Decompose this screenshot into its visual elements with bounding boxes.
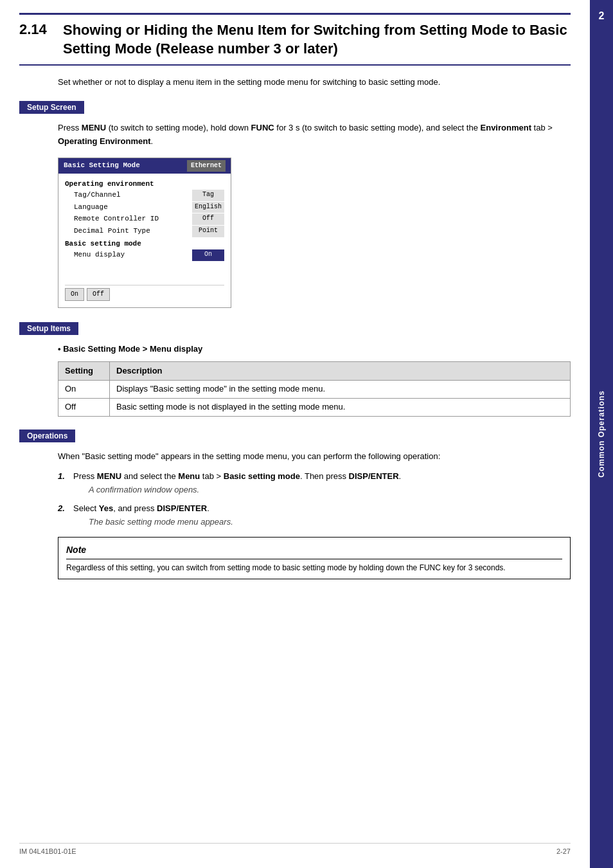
screen-body: Operating environment Tag/Channel Tag La… (58, 174, 231, 307)
ops-step-2: 2. Select Yes, and press DISP/ENTER. The… (58, 502, 571, 528)
side-tab-number: 2 (590, 6, 613, 26)
operations-section: Operations When "Basic setting mode" app… (19, 429, 571, 579)
setup-screen-content: Press MENU (to switch to setting mode), … (58, 122, 571, 308)
operations-content: When "Basic setting mode" appears in the… (58, 450, 571, 579)
step-1-text: Press MENU and select the Menu tab > Bas… (73, 470, 401, 484)
step-num-1: 1. (58, 470, 68, 484)
note-text: Regardless of this setting, you can swit… (66, 562, 562, 574)
operations-label: Operations (19, 429, 75, 442)
setting-on: On (58, 381, 110, 399)
screen-row-4: Decimal Point Type Point (65, 226, 224, 237)
screen-title: Basic Setting Mode (64, 160, 140, 172)
screen-btn-on: On (65, 288, 84, 301)
col-setting: Setting (58, 361, 110, 381)
screen-section: Operating environment (65, 179, 224, 190)
step-2-text: Select Yes, and press DISP/ENTER. (73, 502, 233, 516)
setting-off: Off (58, 399, 110, 417)
setup-items-content: • Basic Setting Mode > Menu display Sett… (58, 343, 571, 417)
desc-off: Basic setting mode is not displayed in t… (110, 399, 571, 417)
screen-subsection: Basic setting mode (65, 239, 224, 250)
intro-text: Set whether or not to display a menu ite… (58, 76, 571, 89)
step-2-content: Select Yes, and press DISP/ENTER. The ba… (73, 502, 233, 528)
step-2-sub: The basic setting mode menu appears. (89, 516, 233, 529)
setup-items-label: Setup Items (19, 322, 78, 335)
screen-btn-off: Off (87, 288, 110, 301)
step-1-content: Press MENU and select the Menu tab > Bas… (73, 470, 401, 496)
step-1-sub: A confirmation window opens. (89, 484, 401, 496)
ops-step-1: 1. Press MENU and select the Menu tab > … (58, 470, 571, 496)
footer-left: IM 04L41B01-01E (19, 847, 76, 855)
side-tab-label: Common Operations (597, 390, 606, 478)
footer: IM 04L41B01-01E 2-27 (19, 843, 571, 855)
page-container: 2.14 Showing or Hiding the Menu Item for… (0, 0, 613, 868)
note-title: Note (66, 543, 562, 559)
chapter-header: 2.14 Showing or Hiding the Menu Item for… (19, 13, 571, 66)
table-row-off: Off Basic setting mode is not displayed … (58, 399, 571, 417)
screen-row-menu-display: Menu display On (65, 249, 224, 261)
ops-intro: When "Basic setting mode" appears in the… (58, 450, 571, 464)
chapter-number: 2.14 (19, 21, 54, 38)
screen-row-1: Tag/Channel Tag (65, 190, 224, 201)
screen-tab: Ethernet (187, 160, 226, 172)
ops-list: 1. Press MENU and select the Menu tab > … (58, 470, 571, 529)
desc-on: Displays "Basic setting mode" in the set… (110, 381, 571, 399)
note-box: Note Regardless of this setting, you can… (58, 537, 571, 579)
screen-title-bar: Basic Setting Mode Ethernet (58, 158, 231, 174)
setup-screen-label: Setup Screen (19, 101, 84, 114)
screen-buttons: On Off (65, 285, 224, 303)
setup-screen-section: Setup Screen Press MENU (to switch to se… (19, 101, 571, 308)
screen-row-3: Remote Controller ID Off (65, 213, 224, 225)
table-row-on: On Displays "Basic setting mode" in the … (58, 381, 571, 399)
main-content: 2.14 Showing or Hiding the Menu Item for… (0, 0, 590, 868)
screen-mockup: Basic Setting Mode Ethernet Operating en… (58, 158, 231, 308)
step-num-2: 2. (58, 502, 68, 516)
setup-screen-instruction: Press MENU (to switch to setting mode), … (58, 122, 571, 149)
footer-right: 2-27 (556, 847, 571, 855)
side-tab: 2 Common Operations (590, 0, 613, 868)
setup-items-section: Setup Items • Basic Setting Mode > Menu … (19, 322, 571, 417)
screen-row-2: Language English (65, 202, 224, 213)
settings-table: Setting Description On Displays "Basic s… (58, 361, 571, 417)
chapter-title: Showing or Hiding the Menu Item for Swit… (63, 21, 571, 58)
col-description: Description (110, 361, 571, 381)
bullet-title: • Basic Setting Mode > Menu display (58, 343, 571, 356)
